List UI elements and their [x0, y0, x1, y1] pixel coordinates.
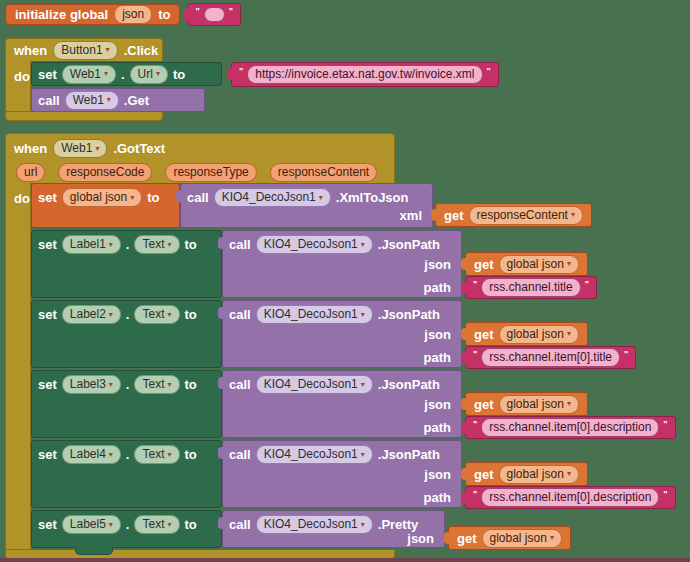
to-keyword: to	[185, 378, 197, 391]
dropdown-value: Text	[142, 447, 164, 462]
string-field[interactable]: rss.channel.title	[481, 278, 580, 297]
event-param-responsecode[interactable]: responseCode	[58, 163, 152, 182]
event-param-url[interactable]: url	[16, 163, 45, 182]
method-name-jsonpath: .JsonPath	[378, 308, 440, 321]
block-call-xmltojson[interactable]: call KIO4_DecoJson1 ▾ .XmlToJson xml	[180, 183, 433, 228]
chevron-down-icon: ▾	[106, 46, 110, 54]
string-field[interactable]: rss.channel.item[0].title	[481, 348, 620, 367]
block-set-label1-text[interactable]: set Label1 ▾ . Text ▾ to	[31, 230, 222, 298]
open-quote: "	[239, 67, 243, 76]
method-name-jsonpath: .JsonPath	[378, 448, 440, 461]
chevron-down-icon: ▾	[109, 381, 113, 389]
block-get-global-json[interactable]: get global json ▾	[465, 392, 588, 416]
chevron-down-icon: ▾	[95, 145, 99, 153]
block-set-label2-text[interactable]: set Label2 ▾ . Text ▾ to	[31, 300, 222, 368]
text-block-path[interactable]: " rss.channel.item[0].description "	[465, 486, 676, 509]
block-get-global-json[interactable]: get global json ▾	[465, 322, 588, 346]
call-keyword: call	[229, 238, 251, 251]
to-keyword: to	[173, 68, 185, 81]
block-set-label3-text[interactable]: set Label3 ▾ . Text ▾ to	[31, 370, 222, 438]
extension-dropdown-kio4[interactable]: KIO4_DecoJson1 ▾	[256, 375, 373, 394]
extension-dropdown-kio4[interactable]: KIO4_DecoJson1 ▾	[214, 188, 331, 207]
extension-dropdown-kio4[interactable]: KIO4_DecoJson1 ▾	[256, 515, 373, 534]
block-bottom-bar	[5, 112, 163, 121]
component-dropdown-label4[interactable]: Label4 ▾	[62, 445, 121, 464]
string-field[interactable]: rss.channel.item[0].description	[481, 418, 659, 437]
property-dropdown-text[interactable]: Text ▾	[134, 445, 179, 464]
property-dropdown-text[interactable]: Text ▾	[134, 305, 179, 324]
block-call-jsonpath[interactable]: call KIO4_DecoJson1 ▾ .JsonPath json pat…	[222, 300, 462, 368]
variable-dropdown-global-json[interactable]: global json ▾	[499, 395, 579, 414]
block-get-global-json[interactable]: get global json ▾	[465, 462, 588, 486]
variable-name-field[interactable]: json	[114, 5, 152, 24]
set-keyword: set	[38, 378, 57, 391]
string-field[interactable]: https://invoice.etax.nat.gov.tw/invoice.…	[247, 65, 482, 84]
variable-dropdown-global-json[interactable]: global json ▾	[482, 529, 562, 548]
chevron-down-icon: ▾	[361, 241, 365, 249]
block-get-global-json[interactable]: get global json ▾	[448, 526, 571, 550]
dot-separator: .	[126, 378, 130, 391]
extension-dropdown-kio4[interactable]: KIO4_DecoJson1 ▾	[256, 445, 373, 464]
property-dropdown-text[interactable]: Text ▾	[134, 515, 179, 534]
block-get-responsecontent[interactable]: get responseContent ▾	[435, 203, 592, 227]
do-label: do	[14, 191, 30, 206]
get-keyword: get	[474, 398, 494, 411]
call-keyword: call	[38, 94, 60, 107]
open-quote: "	[473, 280, 477, 289]
dropdown-value: global json	[507, 397, 564, 412]
variable-dropdown-global-json[interactable]: global json ▾	[499, 255, 579, 274]
do-label: do	[14, 69, 30, 84]
block-call-jsonpath[interactable]: call KIO4_DecoJson1 ▾ .JsonPath json pat…	[222, 230, 462, 298]
text-block-path[interactable]: " rss.channel.title "	[465, 276, 597, 299]
text-block-invoice-url[interactable]: " https://invoice.etax.nat.gov.tw/invoic…	[231, 62, 499, 87]
block-when-web1-gottext[interactable]: when Web1 ▾ .GotText url responseCode re…	[5, 133, 690, 559]
component-dropdown-button1[interactable]: Button1 ▾	[53, 41, 117, 60]
block-when-button1-click[interactable]: when Button1 ▾ .Click do set Web1 ▾	[5, 38, 499, 121]
block-call-jsonpath[interactable]: call KIO4_DecoJson1 ▾ .JsonPath json pat…	[222, 370, 462, 438]
variable-dropdown-global-json[interactable]: global json ▾	[499, 325, 579, 344]
variable-dropdown-global-json[interactable]: global json ▾	[499, 465, 579, 484]
block-set-label5-text[interactable]: set Label5 ▾ . Text ▾ to	[31, 510, 222, 548]
get-keyword: get	[474, 468, 494, 481]
block-call-web1-get[interactable]: call Web1 ▾ .Get	[31, 88, 205, 112]
string-field[interactable]	[204, 7, 225, 22]
close-quote: "	[487, 67, 491, 76]
dropdown-value: Text	[142, 517, 164, 532]
dropdown-value: Web1	[61, 141, 92, 156]
row-set-label4: set Label4 ▾ . Text ▾ to	[31, 440, 690, 510]
property-dropdown-url[interactable]: Url ▾	[130, 65, 168, 84]
property-dropdown-text[interactable]: Text ▾	[134, 375, 179, 394]
variable-dropdown-responsecontent[interactable]: responseContent ▾	[469, 206, 583, 225]
component-dropdown-web1[interactable]: Web1 ▾	[62, 65, 116, 84]
block-call-pretty[interactable]: call KIO4_DecoJson1 ▾ .Pretty json	[222, 510, 445, 548]
next-statement-tab	[75, 547, 113, 555]
text-block-empty-string[interactable]: " "	[187, 3, 241, 26]
dot-separator: .	[126, 308, 130, 321]
component-dropdown-web1[interactable]: Web1 ▾	[53, 139, 107, 158]
component-dropdown-label5[interactable]: Label5 ▾	[62, 515, 121, 534]
block-call-jsonpath[interactable]: call KIO4_DecoJson1 ▾ .JsonPath json pat…	[222, 440, 462, 508]
block-set-label4-text[interactable]: set Label4 ▾ . Text ▾ to	[31, 440, 222, 508]
property-dropdown-text[interactable]: Text ▾	[134, 235, 179, 254]
dropdown-value: KIO4_DecoJson1	[264, 377, 358, 392]
block-initialize-global-json[interactable]: initialize global json to " "	[5, 3, 241, 26]
component-dropdown-label2[interactable]: Label2 ▾	[62, 305, 121, 324]
event-param-responsecontent[interactable]: responseContent	[270, 163, 377, 182]
param-label-path: path	[424, 491, 451, 504]
component-dropdown-label3[interactable]: Label3 ▾	[62, 375, 121, 394]
set-keyword: set	[38, 518, 57, 531]
extension-dropdown-kio4[interactable]: KIO4_DecoJson1 ▾	[256, 235, 373, 254]
event-param-responsetype[interactable]: responseType	[165, 163, 256, 182]
dropdown-value: Text	[142, 237, 164, 252]
block-set-global-json[interactable]: set global json ▾ to	[31, 183, 180, 228]
variable-dropdown-global-json[interactable]: global json ▾	[62, 188, 142, 207]
string-field[interactable]: rss.channel.item[0].description	[481, 488, 659, 507]
component-dropdown-label1[interactable]: Label1 ▾	[62, 235, 121, 254]
block-set-web1-url[interactable]: set Web1 ▾ . Url ▾ to	[31, 62, 222, 86]
text-block-path[interactable]: " rss.channel.item[0].description "	[465, 416, 676, 439]
text-block-path[interactable]: " rss.channel.item[0].title "	[465, 346, 636, 369]
block-get-global-json[interactable]: get global json ▾	[465, 252, 588, 276]
extension-dropdown-kio4[interactable]: KIO4_DecoJson1 ▾	[256, 305, 373, 324]
component-dropdown-web1[interactable]: Web1 ▾	[65, 91, 119, 110]
row-set-label1: set Label1 ▾ . Text ▾ to	[31, 230, 690, 300]
